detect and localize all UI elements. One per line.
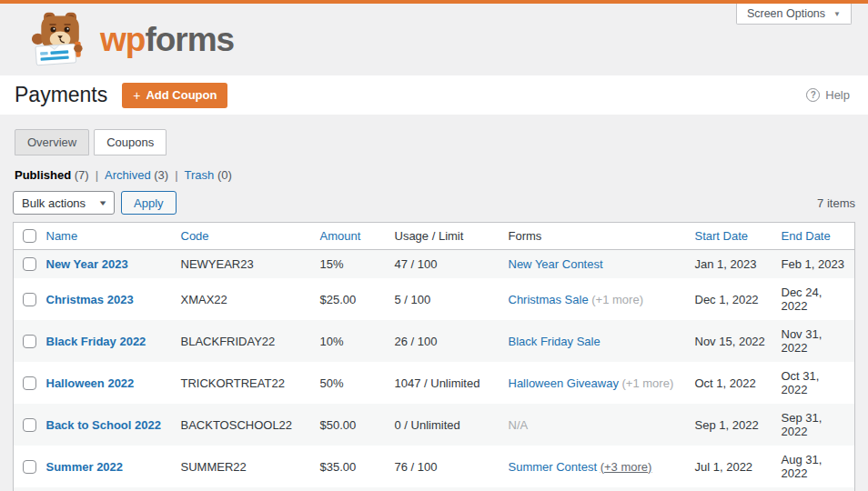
row-checkbox[interactable] (23, 335, 36, 348)
table-header: Name Code Amount Usage / Limit Forms Sta… (14, 223, 855, 250)
coupon-code: TRICKORTREAT22 (181, 362, 320, 404)
form-link[interactable]: New Year Contest (509, 257, 603, 271)
usage-limit: 1047 / Unlimited (395, 362, 509, 404)
start-date: Jan 1, 2023 (695, 250, 782, 279)
table-row: Black Friday 2022 BLACKFRIDAY22 10% 26 /… (14, 320, 855, 362)
usage-limit: 76 / 100 (395, 446, 509, 487)
wpforms-bear-logo-icon (31, 10, 91, 69)
filter-archived[interactable]: Archived (3) (105, 168, 168, 182)
question-circle-icon: ? (806, 88, 820, 102)
coupon-name-link[interactable]: Halloween 2022 (46, 376, 135, 390)
plus-icon: + (133, 88, 140, 103)
table-row: Summer 2022 SUMMER22 $35.00 76 / 100 Sum… (14, 446, 855, 487)
select-all-checkbox[interactable] (23, 229, 36, 243)
coupon-name-link[interactable]: Black Friday 2022 (46, 335, 146, 348)
column-header-amount[interactable]: Amount (320, 229, 361, 243)
start-date: Nov 15, 2022 (695, 320, 782, 362)
brand-wordmark: wpforms (100, 23, 234, 56)
coupon-code: BACKTOSCHOOL22 (181, 404, 320, 446)
top-toolbar: Bulk actions ▼ Apply 7 items (13, 191, 855, 215)
column-header-start-date[interactable]: Start Date (695, 229, 749, 243)
coupon-amount: 50% (320, 362, 395, 404)
coupon-name-link[interactable]: New Year 2023 (46, 257, 128, 271)
column-header-end-date[interactable]: End Date (782, 229, 831, 243)
coupon-amount: $35.00 (320, 446, 395, 487)
brand-forms: forms (145, 21, 234, 58)
help-link[interactable]: ? Help (806, 88, 850, 102)
column-header-usage: Usage / Limit (395, 223, 509, 250)
page-header: Payments + Add Coupon ? Help (0, 75, 868, 115)
column-header-name[interactable]: Name (46, 229, 78, 243)
separator: | (96, 168, 98, 182)
end-date: Aug 31, 2022 (782, 446, 855, 487)
table-row: New Year 2023 NEWYEAR23 15% 47 / 100 New… (14, 250, 855, 279)
brand-wp: wp (100, 21, 145, 58)
coupon-code: NEWYEAR23 (181, 250, 320, 279)
usage-limit: 0 / Unlimited (395, 404, 509, 446)
end-date: Nov 31, 2022 (782, 320, 855, 362)
filter-trash[interactable]: Trash (0) (185, 168, 232, 182)
tab-overview[interactable]: Overview (15, 129, 89, 155)
row-checkbox[interactable] (23, 460, 36, 474)
start-date: May 1, 2022 (695, 487, 782, 491)
form-link[interactable]: Summer Contest (509, 460, 598, 474)
bulk-actions-select[interactable]: Bulk actions (13, 191, 115, 215)
start-date: Sep 1, 2022 (695, 404, 782, 446)
apply-button[interactable]: Apply (121, 191, 177, 215)
column-header-forms: Forms (509, 223, 695, 250)
coupon-name-link[interactable]: Back to School 2022 (46, 418, 161, 432)
usage-limit: 26 / 100 (395, 320, 509, 362)
usage-limit: 5 / 100 (395, 278, 509, 320)
coupon-amount: 15% (320, 250, 395, 279)
coupon-amount: $50.00 (320, 404, 395, 446)
usage-limit: 47 / 100 (395, 250, 509, 279)
coupon-amount: $25.00 (320, 278, 395, 320)
form-link[interactable]: Halloween Giveaway (509, 376, 619, 390)
start-date: Jul 1, 2022 (695, 446, 782, 487)
end-date: Feb 1, 2023 (782, 250, 855, 279)
coupon-amount: 25% (320, 487, 395, 491)
coupon-amount: 10% (320, 320, 395, 362)
row-checkbox[interactable] (23, 418, 36, 432)
add-coupon-label: Add Coupon (146, 88, 217, 102)
page-title: Payments (15, 83, 107, 107)
table-row: Spring 2022 SPRING22 25% 2154 / Unlimite… (14, 487, 855, 491)
more-forms-link[interactable]: (+3 more) (601, 460, 652, 474)
add-coupon-button[interactable]: + Add Coupon (122, 83, 227, 108)
start-date: Dec 1, 2022 (695, 278, 782, 320)
end-date: Dec 24, 2022 (782, 278, 855, 320)
filter-published[interactable]: Published (7) (15, 168, 89, 182)
separator: | (175, 168, 177, 182)
screen-options-button[interactable]: Screen Options ▼ (736, 4, 852, 25)
form-link[interactable]: Christmas Sale (509, 293, 589, 306)
coupon-code: XMAX22 (181, 278, 320, 320)
end-date: May 31, 2022 (782, 487, 855, 491)
form-not-available: N/A (509, 418, 529, 432)
status-filter-links: Published (7)|Archived (3)|Trash (0) (15, 168, 855, 183)
more-forms-label: (+1 more) (622, 376, 674, 390)
start-date: Oct 1, 2022 (695, 362, 782, 404)
coupon-code: BLACKFRIDAY22 (181, 320, 320, 362)
help-label: Help (825, 88, 850, 102)
form-link[interactable]: Black Friday Sale (509, 335, 601, 348)
table-row: Back to School 2022 BACKTOSCHOOL22 $50.0… (14, 404, 855, 446)
row-checkbox[interactable] (23, 257, 36, 271)
items-count: 7 items (817, 196, 855, 210)
chevron-down-icon: ▼ (833, 10, 841, 18)
more-forms-label: (+1 more) (591, 293, 643, 306)
row-checkbox[interactable] (23, 293, 36, 306)
coupon-name-link[interactable]: Christmas 2023 (46, 293, 134, 306)
column-header-code[interactable]: Code (181, 229, 209, 243)
end-date: Sep 31, 2022 (782, 404, 855, 446)
usage-limit: 2154 / Unlimited (395, 487, 509, 491)
tab-coupons[interactable]: Coupons (94, 129, 167, 155)
coupon-code: SUMMER22 (181, 446, 320, 487)
tab-bar: Overview Coupons (15, 129, 855, 155)
main-content: Overview Coupons Published (7)|Archived … (0, 115, 868, 491)
row-checkbox[interactable] (23, 376, 36, 390)
screen-options-label: Screen Options (747, 7, 825, 20)
coupon-name-link[interactable]: Summer 2022 (46, 460, 124, 474)
end-date: Oct 31, 2022 (782, 362, 855, 404)
coupon-code: SPRING22 (181, 487, 320, 491)
table-row: Halloween 2022 TRICKORTREAT22 50% 1047 /… (14, 362, 855, 404)
